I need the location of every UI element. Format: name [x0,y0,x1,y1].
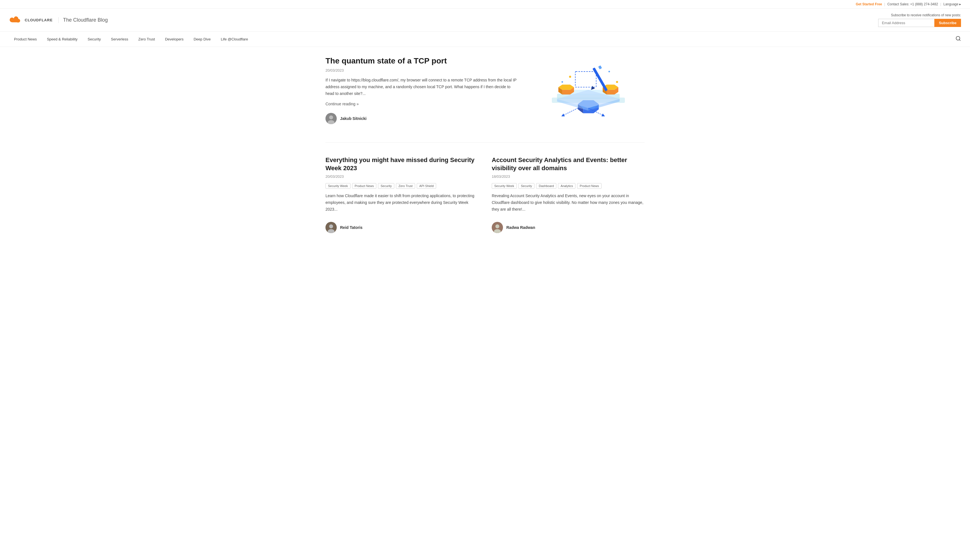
subscribe-form: Subscribe [878,19,961,27]
header-right: Subscribe to receive notifications of ne… [878,13,961,27]
featured-article: The quantum state of a TCP port 20/03/20… [325,56,645,143]
tag-product-news[interactable]: Product News [352,183,376,189]
avatar-icon [492,222,503,233]
article-2-author-row: Radwa Radwan [492,222,645,233]
articles-grid: Everything you might have missed during … [325,156,645,233]
search-icon[interactable] [955,32,961,47]
nav-item-product-news[interactable]: Product News [9,33,42,45]
article-1-tags: Security Week Product News Security Zero… [325,183,478,189]
article-1-excerpt: Learn how Cloudflare made it easier to s… [325,193,478,213]
article-2-tags: Security Week Security Dashboard Analyti… [492,183,645,189]
top-bar: Get Started Free | Contact Sales: +1 (88… [0,0,970,9]
tag-product-news-2[interactable]: Product News [577,183,601,189]
svg-point-30 [329,224,333,228]
nav-item-security[interactable]: Security [83,33,106,45]
tag-analytics[interactable]: Analytics [558,183,575,189]
nav-item-developers[interactable]: Developers [160,33,189,45]
article-card-2: Account Security Analytics and Events: b… [492,156,645,233]
get-started-link[interactable]: Get Started Free [856,2,882,6]
tag-security-2[interactable]: Security [518,183,535,189]
svg-rect-21 [593,67,608,91]
article-1-author-avatar [325,222,337,233]
svg-point-4 [329,115,333,119]
logo-text: CLOUDFLARE [25,18,53,22]
featured-article-content: The quantum state of a TCP port 20/03/20… [325,56,519,129]
tag-security-week[interactable]: Security Week [325,183,350,189]
svg-point-27 [608,71,610,72]
svg-point-26 [616,81,618,83]
svg-line-2 [959,40,960,41]
tag-dashboard[interactable]: Dashboard [536,183,556,189]
main-nav: Product News Speed & Reliability Securit… [0,32,970,47]
article-2-author-avatar [492,222,503,233]
svg-marker-22 [591,86,595,90]
header: CLOUDFLARE The Cloudflare Blog Subscribe… [0,9,970,32]
featured-article-title[interactable]: The quantum state of a TCP port [325,56,519,66]
article-2-date: 18/03/2023 [492,174,645,178]
article-1-author-row: Reid Tatoris [325,222,478,233]
featured-author-avatar [325,113,337,124]
continue-reading-link[interactable]: Continue reading » [325,102,519,106]
logo-area[interactable]: CLOUDFLARE [9,16,53,25]
article-1-author-name: Reid Tatoris [340,225,363,230]
svg-point-33 [495,224,499,228]
nav-item-zero-trust[interactable]: Zero Trust [133,33,160,45]
article-1-title[interactable]: Everything you might have missed during … [325,156,478,172]
article-1-date: 20/03/2023 [325,174,478,178]
avatar-icon [325,113,337,124]
avatar-icon [325,222,337,233]
cloudflare-logo-icon [9,16,22,25]
featured-article-date: 20/03/2023 [325,68,519,72]
featured-article-image [532,56,645,129]
subscribe-button[interactable]: Subscribe [934,19,961,27]
subscribe-label: Subscribe to receive notifications of ne… [891,13,961,17]
main-content: The quantum state of a TCP port 20/03/20… [317,47,653,242]
featured-author-row: Jakub Sitnicki [325,113,519,124]
svg-rect-23 [598,65,602,69]
article-2-excerpt: Revealing Account Security Analytics and… [492,193,645,213]
svg-rect-24 [575,72,596,87]
article-card-1: Everything you might have missed during … [325,156,478,233]
blog-title: The Cloudflare Blog [58,17,108,23]
tag-zero-trust[interactable]: Zero Trust [396,183,415,189]
email-input[interactable] [878,19,934,27]
tcp-illustration-icon [535,56,642,129]
nav-item-serverless[interactable]: Serverless [106,33,133,45]
tag-security[interactable]: Security [378,183,394,189]
nav-item-speed-reliability[interactable]: Speed & Reliability [42,33,83,45]
svg-point-28 [562,81,563,83]
article-2-title[interactable]: Account Security Analytics and Events: b… [492,156,645,172]
featured-article-excerpt: If I navigate to https://blog.cloudflare… [325,77,519,97]
separator-1: | [884,2,885,6]
tag-security-week-2[interactable]: Security Week [492,183,517,189]
language-selector[interactable]: Language ▸ [943,2,961,6]
nav-item-deep-dive[interactable]: Deep Dive [188,33,216,45]
header-left: CLOUDFLARE The Cloudflare Blog [9,16,108,25]
contact-sales: Contact Sales: +1 (888) 274-3482 [887,2,938,6]
article-2-author-name: Radwa Radwan [506,225,535,230]
separator-2: | [940,2,941,6]
nav-item-life-cloudflare[interactable]: Life @Cloudflare [216,33,253,45]
svg-point-25 [569,76,571,78]
featured-author-name: Jakub Sitnicki [340,116,367,121]
tag-api-shield[interactable]: API Shield [417,183,436,189]
